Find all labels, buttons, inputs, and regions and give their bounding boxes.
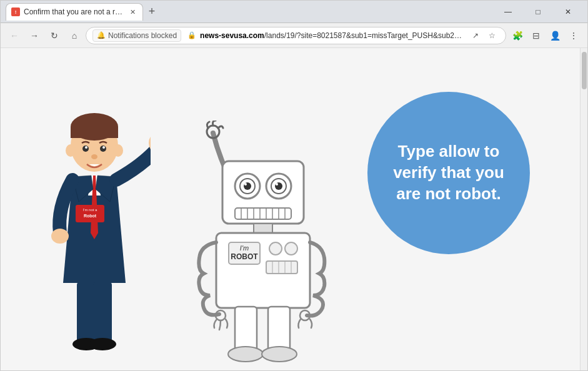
- svg-rect-2: [71, 127, 118, 138]
- svg-rect-53: [266, 261, 297, 274]
- address-bar[interactable]: 🔔 Notifications blocked 🔒 news-sevusa.co…: [86, 27, 506, 44]
- svg-point-3: [66, 144, 76, 157]
- bookmark-button[interactable]: ☆: [484, 28, 499, 43]
- svg-point-4: [113, 144, 123, 157]
- lock-icon: 🔒: [187, 31, 196, 39]
- tab-title: Confirm that you are not a robot: [24, 7, 124, 16]
- svg-point-63: [262, 347, 297, 362]
- content-wrapper: Type allow to verify that you are not ro…: [1, 48, 587, 370]
- active-tab[interactable]: ! Confirm that you are not a robot ✕: [6, 3, 143, 21]
- svg-point-36: [276, 183, 278, 186]
- svg-rect-37: [235, 208, 291, 219]
- scroll-thumb[interactable]: [582, 52, 587, 89]
- svg-text:I'm not a: I'm not a: [83, 208, 97, 212]
- svg-point-52: [285, 242, 297, 255]
- svg-point-51: [269, 242, 282, 255]
- tab-bar: ! Confirm that you are not a robot ✕ +: [6, 3, 491, 21]
- maximize-button[interactable]: □: [524, 2, 552, 22]
- nav-right-buttons: 🧩 ⊟ 👤 ⋮: [509, 27, 582, 44]
- person-character: I'm not a Robot: [38, 108, 151, 370]
- circle-text: Type allow to verify that you are not ro…: [367, 129, 530, 217]
- tab-favicon: !: [11, 7, 20, 16]
- share-button[interactable]: ↗: [468, 28, 483, 43]
- svg-rect-46: [254, 224, 272, 233]
- profile-button[interactable]: 👤: [546, 27, 564, 44]
- address-right-buttons: ↗ ☆: [468, 28, 499, 43]
- robot-character: I'm ROBOT: [194, 121, 332, 370]
- svg-text:ROBOT: ROBOT: [231, 252, 258, 261]
- scrollbar[interactable]: [580, 48, 587, 370]
- extension-button[interactable]: 🧩: [509, 27, 526, 44]
- close-button[interactable]: ✕: [554, 2, 582, 22]
- new-tab-button[interactable]: +: [143, 3, 161, 21]
- back-button[interactable]: ←: [6, 27, 23, 44]
- svg-rect-23: [77, 282, 96, 344]
- sidebar-button[interactable]: ⊟: [527, 27, 545, 44]
- forward-button[interactable]: →: [26, 27, 43, 44]
- svg-point-9: [91, 154, 97, 159]
- svg-point-26: [89, 338, 116, 350]
- svg-rect-24: [93, 282, 112, 344]
- title-bar: ! Confirm that you are not a robot ✕ + —…: [1, 1, 587, 23]
- svg-point-8: [102, 146, 105, 149]
- svg-point-35: [244, 183, 247, 186]
- svg-point-7: [85, 146, 87, 149]
- notification-blocked-badge: 🔔 Notifications blocked: [92, 29, 181, 42]
- title-bar-controls: — □ ✕: [494, 2, 582, 22]
- nav-bar: ← → ↻ ⌂ 🔔 Notifications blocked 🔒 news-s…: [1, 23, 587, 48]
- url-text: news-sevusa.com/lands/19/?site=8021587&s…: [200, 31, 464, 40]
- bell-icon: 🔔: [97, 31, 106, 39]
- page-content: Type allow to verify that you are not ro…: [1, 48, 580, 370]
- browser-window: ! Confirm that you are not a robot ✕ + —…: [0, 0, 588, 371]
- home-button[interactable]: ⌂: [66, 27, 83, 44]
- url-domain: news-sevusa.com: [200, 31, 264, 40]
- svg-text:Robot: Robot: [84, 214, 97, 218]
- tab-close-button[interactable]: ✕: [127, 7, 137, 17]
- blue-circle: Type allow to verify that you are not ro…: [367, 92, 530, 254]
- svg-text:I'm: I'm: [240, 244, 249, 252]
- svg-point-22: [51, 229, 69, 244]
- url-path: /lands/19/?site=8021587&sub1=missTarget_…: [264, 31, 464, 40]
- menu-button[interactable]: ⋮: [565, 27, 582, 44]
- refresh-button[interactable]: ↻: [46, 27, 63, 44]
- svg-point-62: [228, 347, 263, 362]
- minimize-button[interactable]: —: [494, 2, 522, 22]
